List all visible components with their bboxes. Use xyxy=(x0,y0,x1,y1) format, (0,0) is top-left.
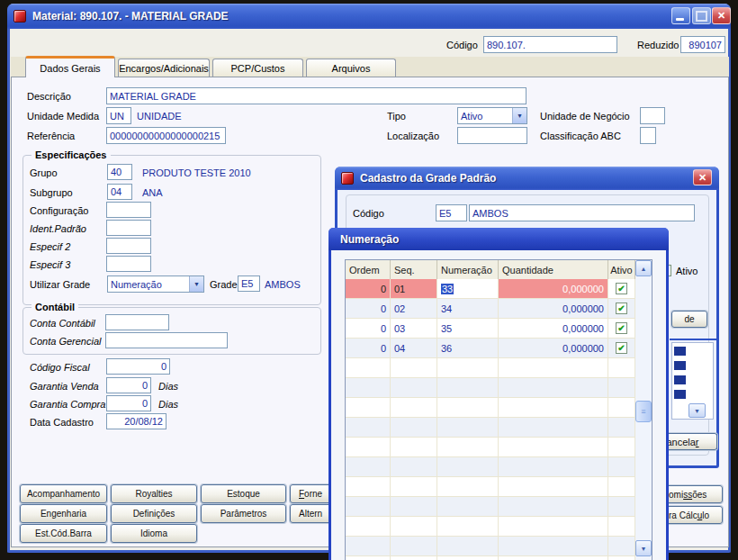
conta-contabil-field[interactable] xyxy=(105,314,169,330)
grade-label: Grade xyxy=(210,279,238,291)
button-comissoes-partial[interactable]: omissões xyxy=(665,485,723,503)
cell-ordem[interactable]: 0 xyxy=(346,319,391,339)
button-para-calculo-partial[interactable]: ra Cálculo xyxy=(665,506,723,524)
grade-descricao-field[interactable]: AMBOS xyxy=(469,204,695,221)
cell-seq[interactable]: 04 xyxy=(391,339,437,358)
list-item[interactable] xyxy=(674,361,686,370)
button-acompanhamento[interactable]: Acompanhamento xyxy=(20,484,107,503)
reduzido-label: Reduzido xyxy=(637,40,679,51)
grade-partial-button[interactable]: de xyxy=(671,311,707,328)
button-estoque[interactable]: Estoque xyxy=(201,484,286,503)
check-icon: ✔ xyxy=(617,304,625,313)
garantia-venda-field[interactable]: 0 xyxy=(106,377,151,393)
cell-ordem[interactable]: 0 xyxy=(346,299,391,319)
chevron-down-icon[interactable]: ▼ xyxy=(512,108,526,123)
button-idioma[interactable]: Idioma xyxy=(111,524,197,543)
column-header-numeracao[interactable]: Numeração xyxy=(437,260,499,280)
scroll-down-button[interactable]: ▼ xyxy=(635,540,652,556)
edit-selection[interactable]: 33 xyxy=(441,284,454,294)
especif2-field[interactable] xyxy=(106,238,151,254)
cell-numeracao-editor[interactable]: 33 xyxy=(437,279,499,299)
screen: Material: 890.107. - MATERIAL GRADE ✕ Có… xyxy=(0,0,738,560)
configuracao-field[interactable] xyxy=(106,202,151,218)
codigo-fiscal-field[interactable]: 0 xyxy=(106,358,170,375)
grupo-field[interactable]: 40 xyxy=(107,164,132,180)
cell-quantidade[interactable]: 0,000000 xyxy=(499,319,608,339)
scroll-up-button[interactable]: ▲ xyxy=(635,260,652,276)
grade-field[interactable]: E5 xyxy=(238,275,260,292)
grade-combo-arrow-button[interactable]: ▼ xyxy=(688,403,706,418)
utilizar-grade-combo[interactable]: Numeração ▼ xyxy=(107,275,204,293)
table-row[interactable]: 0 04 36 0,000000 ✔ xyxy=(346,339,635,358)
grade-dialog-close-button[interactable]: ✕ xyxy=(693,169,712,185)
grade-codigo-field[interactable]: E5 xyxy=(436,204,467,221)
ativo-checkbox[interactable]: ✔ xyxy=(616,322,627,334)
especif3-field[interactable] xyxy=(106,256,151,272)
chevron-down-icon[interactable]: ▼ xyxy=(189,276,203,292)
column-header-quantidade[interactable]: Quantidade xyxy=(499,260,608,280)
numeracao-dialog-titlebar[interactable]: Numeração xyxy=(328,228,669,250)
app-icon xyxy=(14,10,26,23)
button-definicoes[interactable]: Definições xyxy=(111,504,197,523)
referencia-field[interactable]: 00000000000000000215 xyxy=(106,127,226,144)
cell-numeracao[interactable]: 36 xyxy=(437,339,499,358)
main-window-titlebar[interactable]: Material: 890.107. - MATERIAL GRADE xyxy=(7,4,731,29)
maximize-button[interactable] xyxy=(692,7,711,24)
ativo-checkbox[interactable]: ✔ xyxy=(616,283,627,294)
ativo-checkbox[interactable]: ✔ xyxy=(616,303,627,314)
tab-dados-gerais[interactable]: Dados Gerais xyxy=(25,56,115,77)
cell-quantidade[interactable]: 0,000000 xyxy=(499,299,608,319)
cell-seq[interactable]: 01 xyxy=(391,279,437,299)
conta-gerencial-field[interactable] xyxy=(105,332,228,348)
cell-ativo[interactable]: ✔ xyxy=(608,339,635,358)
cell-seq[interactable]: 02 xyxy=(391,299,437,319)
tab-arquivos[interactable]: Arquivos xyxy=(306,59,396,77)
ident-padrao-field[interactable] xyxy=(106,220,151,236)
minimize-button[interactable] xyxy=(671,7,690,24)
codigo-field[interactable]: 890.107. xyxy=(483,36,617,53)
list-item[interactable] xyxy=(674,347,686,356)
column-header-ordem[interactable]: Ordem xyxy=(346,260,391,280)
scrollbar-thumb[interactable]: ≡ xyxy=(635,401,652,422)
cell-numeracao[interactable]: 35 xyxy=(437,319,499,339)
data-cadastro-field[interactable]: 20/08/12 xyxy=(106,413,166,429)
table-row-selected[interactable]: 0 01 33 0,000000 ✔ xyxy=(346,279,635,299)
cell-ordem[interactable]: 0 xyxy=(346,279,391,299)
button-engenharia[interactable]: Engenharia xyxy=(20,504,107,523)
list-item[interactable] xyxy=(674,375,686,384)
cell-ativo[interactable]: ✔ xyxy=(608,319,635,339)
reduzido-field[interactable]: 890107 xyxy=(680,36,725,53)
localizacao-field[interactable] xyxy=(457,127,527,144)
classificacao-abc-field[interactable] xyxy=(640,127,656,144)
tab-encargos-adicionais[interactable]: Encargos/Adicionais xyxy=(118,59,210,77)
table-row[interactable]: 0 03 35 0,000000 ✔ xyxy=(346,319,635,339)
descricao-field[interactable]: MATERIAL GRADE xyxy=(106,87,526,104)
unidade-negocio-field[interactable] xyxy=(640,107,665,124)
table-row[interactable]: 0 02 34 0,000000 ✔ xyxy=(346,299,635,319)
cell-ativo[interactable]: ✔ xyxy=(608,279,635,299)
cell-quantidade[interactable]: 0,000000 xyxy=(499,279,608,299)
button-royalties[interactable]: Royalties xyxy=(111,484,197,503)
list-item[interactable] xyxy=(674,390,686,399)
tipo-combo[interactable]: Ativo ▼ xyxy=(457,107,527,124)
ativo-checkbox[interactable]: ✔ xyxy=(616,342,627,354)
cell-numeracao[interactable]: 34 xyxy=(437,299,499,319)
cell-seq[interactable]: 03 xyxy=(391,319,437,339)
column-header-seq[interactable]: Seq. xyxy=(391,260,437,280)
cell-ordem[interactable]: 0 xyxy=(346,339,391,358)
numeracao-table[interactable]: Ordem Seq. Numeração Quantidade Ativo 0 … xyxy=(345,259,652,560)
close-button[interactable]: ✕ xyxy=(712,7,731,24)
button-est-cod-barra[interactable]: Est.Cód.Barra xyxy=(20,524,107,543)
button-parametros[interactable]: Parâmetros xyxy=(201,504,286,523)
subgrupo-field[interactable]: 04 xyxy=(107,184,132,200)
grade-dialog-titlebar[interactable]: Cadastro da Grade Padrão xyxy=(335,167,719,190)
garantia-compra-field[interactable]: 0 xyxy=(106,395,151,411)
cell-ativo[interactable]: ✔ xyxy=(608,299,635,319)
tab-label: Encargos/Adicionais xyxy=(119,63,209,74)
column-header-ativo[interactable]: Ativo xyxy=(608,260,635,280)
check-icon: ✔ xyxy=(617,324,625,333)
tab-pcp-custos[interactable]: PCP/Custos xyxy=(212,59,303,77)
check-icon: ✔ xyxy=(617,285,625,294)
unidade-medida-field[interactable]: UN xyxy=(106,107,131,124)
cell-quantidade[interactable]: 0,000000 xyxy=(499,339,608,358)
